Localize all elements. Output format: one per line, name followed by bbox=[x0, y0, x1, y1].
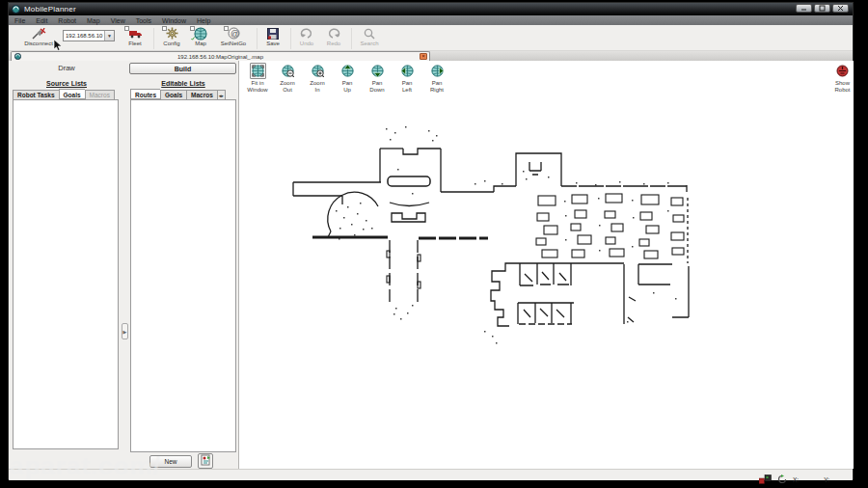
menu-view[interactable]: View bbox=[111, 17, 125, 24]
zoom-in-button[interactable]: ZoomIn bbox=[305, 63, 330, 93]
connection-status-icon bbox=[759, 471, 772, 488]
pan-up-icon bbox=[339, 63, 356, 79]
redo-button[interactable]: Redo bbox=[322, 27, 345, 46]
undo-button[interactable]: Undo bbox=[295, 27, 318, 46]
menu-edit[interactable]: Edit bbox=[36, 17, 47, 24]
new-button[interactable]: New bbox=[149, 455, 192, 468]
menu-tools[interactable]: Tools bbox=[136, 17, 151, 24]
map-globe-icon bbox=[194, 27, 207, 40]
refresh-status-icon bbox=[777, 471, 787, 488]
pan-left-button[interactable]: PanLeft bbox=[394, 63, 420, 93]
goal-tool-button[interactable] bbox=[198, 453, 213, 469]
menu-file[interactable]: File bbox=[14, 17, 25, 24]
pan-down-button[interactable]: PanDown bbox=[365, 63, 390, 93]
mobileplanner-window: MobilePlanner File Edit Robot Map View T… bbox=[8, 2, 854, 479]
maximize-button[interactable] bbox=[814, 4, 830, 13]
menu-window[interactable]: Window bbox=[162, 17, 186, 24]
routes-list[interactable] bbox=[130, 99, 236, 452]
menu-robot[interactable]: Robot bbox=[58, 17, 76, 24]
map-document-icon bbox=[14, 53, 21, 60]
map-button[interactable]: Map bbox=[189, 27, 212, 46]
toolbar-separator bbox=[290, 28, 291, 49]
setnetgo-icon: @ bbox=[228, 27, 240, 40]
map-panel: Fit inWindow ZoomOut ZoomIn PanUp bbox=[238, 61, 854, 469]
robot-ip-value: 192.168.56.10 bbox=[64, 33, 104, 39]
fleet-icon bbox=[128, 27, 143, 40]
editable-lists-title: Editable Lists bbox=[128, 80, 238, 87]
floor-plan-svg[interactable] bbox=[243, 119, 854, 466]
zoom-in-icon bbox=[310, 63, 326, 79]
close-button[interactable] bbox=[832, 4, 849, 13]
tab-close-icon[interactable]: × bbox=[420, 53, 427, 60]
map-document-title: 192.168.56.10:MapOriginal_.map bbox=[21, 54, 420, 60]
status-bar: X: Y: bbox=[9, 469, 853, 480]
setnetgo-checkbox[interactable] bbox=[224, 26, 229, 31]
build-mode-tab[interactable]: Build bbox=[129, 63, 236, 74]
map-checkbox[interactable] bbox=[190, 26, 195, 31]
fit-in-window-icon bbox=[250, 63, 266, 79]
goal-icon bbox=[201, 452, 211, 470]
title-bar: MobilePlanner bbox=[9, 3, 853, 15]
tab-routes[interactable]: Routes bbox=[130, 89, 160, 99]
minimize-button[interactable] bbox=[796, 4, 812, 13]
setnetgo-button[interactable]: @ SetNetGo bbox=[216, 27, 251, 46]
menu-help[interactable]: Help bbox=[197, 17, 210, 24]
source-lists-panel: Draw Source Lists Robot Tasks Goals Macr… bbox=[11, 61, 122, 469]
menu-map[interactable]: Map bbox=[87, 17, 100, 24]
redo-icon bbox=[327, 27, 340, 40]
pan-down-icon bbox=[369, 63, 386, 79]
pan-right-icon bbox=[429, 63, 446, 79]
undo-icon bbox=[300, 27, 313, 40]
save-floppy-icon bbox=[267, 27, 279, 40]
pan-up-button[interactable]: PanUp bbox=[335, 63, 360, 93]
fleet-checkbox[interactable] bbox=[124, 26, 129, 31]
show-robot-button[interactable]: ShowRobot bbox=[834, 63, 851, 93]
search-icon bbox=[364, 27, 375, 40]
pan-right-button[interactable]: PanRight bbox=[424, 63, 449, 93]
status-y-label: Y: bbox=[824, 476, 829, 483]
app-icon bbox=[12, 5, 20, 14]
zoom-out-icon bbox=[280, 63, 296, 79]
fit-in-window-button[interactable]: Fit inWindow bbox=[245, 63, 270, 93]
main-toolbar: Disconnect 192.168.56.10 ▼ Fleet Config bbox=[9, 25, 853, 51]
config-checkbox[interactable] bbox=[162, 26, 167, 31]
toolbar-separator bbox=[153, 28, 154, 49]
tab-source-goals[interactable]: Goals bbox=[59, 89, 85, 99]
fleet-button[interactable]: Fleet bbox=[122, 27, 148, 46]
toolbar-separator bbox=[257, 28, 258, 49]
panel-collapse-button[interactable]: ▶ bbox=[122, 323, 128, 339]
toolbar-separator bbox=[351, 28, 352, 49]
pan-left-icon bbox=[399, 63, 416, 79]
window-title: MobilePlanner bbox=[24, 5, 76, 14]
map-toolbar: Fit inWindow ZoomOut ZoomIn PanUp bbox=[245, 63, 449, 93]
config-button[interactable]: Config bbox=[158, 27, 185, 46]
svg-text:@: @ bbox=[231, 29, 239, 39]
disconnect-button[interactable]: Disconnect bbox=[20, 27, 57, 46]
config-gear-icon bbox=[166, 27, 178, 40]
robot-ip-combobox[interactable]: 192.168.56.10 ▼ bbox=[63, 30, 115, 41]
screen: MobilePlanner File Edit Robot Map View T… bbox=[0, 0, 868, 488]
search-button[interactable]: Search bbox=[356, 27, 383, 46]
save-button[interactable]: Save bbox=[261, 27, 285, 46]
map-document-tab[interactable]: 192.168.56.10:MapOriginal_.map × bbox=[11, 51, 430, 61]
combobox-dropdown-arrow[interactable]: ▼ bbox=[104, 31, 114, 41]
status-x-label: X: bbox=[793, 476, 799, 483]
editable-lists-panel: Build Editable Lists Routes Goals Macros… bbox=[128, 61, 238, 469]
disconnect-icon bbox=[32, 27, 46, 40]
source-goals-list[interactable] bbox=[13, 99, 119, 449]
draw-mode-tab[interactable]: Draw bbox=[11, 64, 122, 72]
source-lists-title: Source Lists bbox=[11, 80, 122, 87]
main-content: Draw Source Lists Robot Tasks Goals Macr… bbox=[9, 61, 853, 469]
menu-bar: File Edit Robot Map View Tools Window He… bbox=[9, 15, 853, 25]
zoom-out-button[interactable]: ZoomOut bbox=[275, 63, 300, 93]
show-robot-icon bbox=[834, 63, 851, 79]
